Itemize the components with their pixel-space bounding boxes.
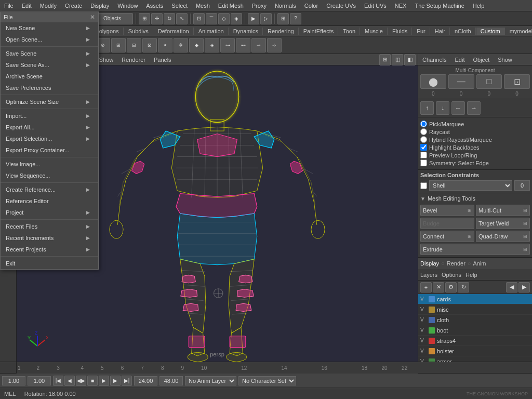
layer-refresh-btn[interactable]: ↻ (458, 282, 469, 292)
layer-item-cloth[interactable]: V cloth (418, 315, 532, 325)
layer-settings-btn[interactable]: ⚙ (445, 282, 457, 292)
shelf-tab-ncloth[interactable]: nCloth (450, 28, 476, 35)
pb-play-back[interactable]: ◀▶ (76, 376, 86, 386)
connect-options-icon[interactable]: ⊞ (468, 234, 472, 239)
menu-select[interactable]: Select (167, 2, 192, 10)
raycast-radio[interactable] (420, 128, 427, 135)
scale-btn[interactable]: ⤡ (176, 13, 188, 24)
pb-stop[interactable]: ■ (87, 376, 98, 386)
constraint-value-input[interactable] (514, 180, 530, 191)
menu-create[interactable]: Create (61, 2, 86, 10)
multi-cut-options-icon[interactable]: ⊞ (523, 208, 527, 213)
file-menu-item-reference-editor[interactable]: Reference Editor (1, 195, 98, 207)
layer-tab-anim[interactable]: Anim (473, 260, 486, 267)
pick-walk-left[interactable]: ← (451, 101, 465, 115)
mesh-tools-header[interactable]: ▼ Mesh Editing Tools (420, 195, 530, 202)
menu-color[interactable]: Color (300, 2, 322, 10)
shelf-tab-mymodeling[interactable]: mymodeling (506, 28, 532, 35)
shelf-icon-15[interactable]: ⊶ (220, 38, 235, 52)
pick-walk-up[interactable]: ↑ (420, 101, 434, 115)
menu-edit[interactable]: Edit (18, 2, 36, 10)
layer-menu-layers[interactable]: Layers (420, 272, 437, 278)
pb-start[interactable]: |◀ (53, 376, 63, 386)
quad-draw-btn[interactable]: Quad-Draw ⊞ (476, 231, 530, 242)
status-mode[interactable]: MEL (4, 391, 16, 397)
layer-item-cards[interactable]: V cards (418, 294, 532, 304)
bevel-btn[interactable]: Bevel ⊞ (420, 205, 474, 216)
file-menu-item-exit[interactable]: Exit (1, 258, 98, 269)
bevel-options-icon[interactable]: ⊞ (468, 208, 472, 213)
transform-btn[interactable]: ⊞ (139, 13, 150, 24)
snap-surface[interactable]: ◈ (231, 13, 242, 24)
vp-menu-panels[interactable]: Panels (152, 56, 174, 64)
shelf-tab-animation[interactable]: Animation (194, 28, 229, 35)
preview-loop-checkbox[interactable] (420, 152, 427, 158)
file-menu-item-new-scene[interactable]: New Scene▶ (1, 22, 98, 34)
rotate-btn[interactable]: ↻ (164, 13, 175, 24)
file-menu-item-project[interactable]: Project▶ (1, 207, 98, 218)
constraint-enabled-checkbox[interactable] (420, 182, 427, 189)
highlight-backfaces-checkbox[interactable] (420, 144, 427, 151)
menu-modify[interactable]: Modify (36, 2, 61, 10)
vp-icon-2[interactable]: ◫ (392, 54, 403, 65)
vp-icon-3[interactable]: ◧ (404, 54, 416, 65)
file-menu-item-export-all---[interactable]: Export All...▶ (1, 122, 98, 133)
snap-point[interactable]: ◇ (218, 13, 230, 24)
pb-play-fwd[interactable]: ▶ (99, 376, 109, 386)
symmetry-checkbox[interactable] (420, 159, 427, 166)
layer-menu-options[interactable]: Options (442, 272, 461, 278)
timeline-end-input[interactable] (134, 376, 157, 385)
hybrid-radio[interactable] (420, 136, 427, 143)
menu-nex[interactable]: NEX (391, 2, 411, 10)
shelf-tab-subdivs[interactable]: Subdivs (124, 28, 153, 35)
menu-edit-mesh[interactable]: Edit Mesh (214, 2, 248, 10)
file-menu-item-create-reference---[interactable]: Create Reference...▶ (1, 184, 98, 195)
menu-help[interactable]: Help (469, 2, 489, 10)
layer-new-btn[interactable]: + (420, 282, 432, 292)
file-menu-item-export-selection---[interactable]: Export Selection...▶ (1, 133, 98, 144)
shelf-tab-fluids[interactable]: Fluids (388, 28, 412, 35)
layer-item-misc[interactable]: V misc (418, 304, 532, 315)
layer-tab-render[interactable]: Render (447, 260, 466, 267)
menu-proxy[interactable]: Proxy (248, 2, 271, 10)
layer-tab-display[interactable]: Display (420, 260, 439, 267)
character-set-select[interactable]: No Character Set (238, 376, 296, 385)
file-menu-item-optimize-scene-size[interactable]: Optimize Scene Size▶ (1, 96, 98, 108)
shelf-icon-9[interactable]: ⊟ (127, 38, 141, 52)
layer-menu-help[interactable]: Help (466, 272, 477, 278)
cb-menu-edit[interactable]: Edit (453, 56, 467, 64)
connect-btn[interactable]: Connect ⊞ (420, 231, 474, 242)
shelf-icon-16[interactable]: ⊷ (236, 38, 250, 52)
extrude-btn[interactable]: Extrude ⊞ (420, 244, 530, 255)
shelf-tab-hair[interactable]: Hair (431, 28, 450, 35)
layer-item-straps4[interactable]: V straps4 (418, 336, 532, 346)
file-menu-item-export-proxy-container---[interactable]: Export Proxy Container... (1, 144, 98, 156)
file-menu-item-save-scene-as---[interactable]: Save Scene As...▶ (1, 59, 98, 71)
cb-menu-show[interactable]: Show (496, 56, 514, 64)
comp-btn-vertex[interactable]: ⬤ (420, 74, 446, 89)
help-btn[interactable]: ? (290, 13, 301, 24)
extrude-options-icon[interactable]: ⊞ (523, 247, 527, 252)
shelf-tab-dynamics[interactable]: Dynamics (229, 28, 263, 35)
snap-grid[interactable]: ⊡ (193, 13, 205, 24)
file-menu-item-open-scene---[interactable]: Open Scene...▶ (1, 34, 98, 45)
file-menu-item-view-image---[interactable]: View Image... (1, 158, 98, 170)
move-btn[interactable]: ✛ (151, 13, 163, 24)
comp-btn-uv[interactable]: ⊡ (504, 74, 530, 89)
menu-display[interactable]: Display (86, 2, 113, 10)
layer-item-armor[interactable]: V armor (418, 356, 532, 362)
shelf-icon-8[interactable]: ⊞ (111, 38, 126, 52)
file-menu-item-save-scene[interactable]: Save Scene▶ (1, 48, 98, 59)
target-weld-btn[interactable]: Target Weld ⊞ (476, 218, 530, 229)
render-btn[interactable]: ▶ (248, 13, 259, 24)
layer-scroll-right[interactable]: ▶ (518, 282, 530, 292)
file-menu-item-view-sequence---[interactable]: View Sequence... (1, 170, 98, 181)
file-menu-item-recent-increments[interactable]: Recent Increments▶ (1, 232, 98, 244)
cb-menu-object[interactable]: Object (471, 56, 491, 64)
menu-create-uvs[interactable]: Create UVs (322, 2, 360, 10)
timeline-range-end-input[interactable] (159, 376, 183, 385)
shelf-tab-muscle[interactable]: Muscle (361, 28, 388, 35)
show-ui-btn[interactable]: ⊞ (277, 13, 289, 24)
vp-icon-1[interactable]: ⊞ (379, 54, 391, 65)
file-menu-item-recent-projects[interactable]: Recent Projects▶ (1, 244, 98, 255)
